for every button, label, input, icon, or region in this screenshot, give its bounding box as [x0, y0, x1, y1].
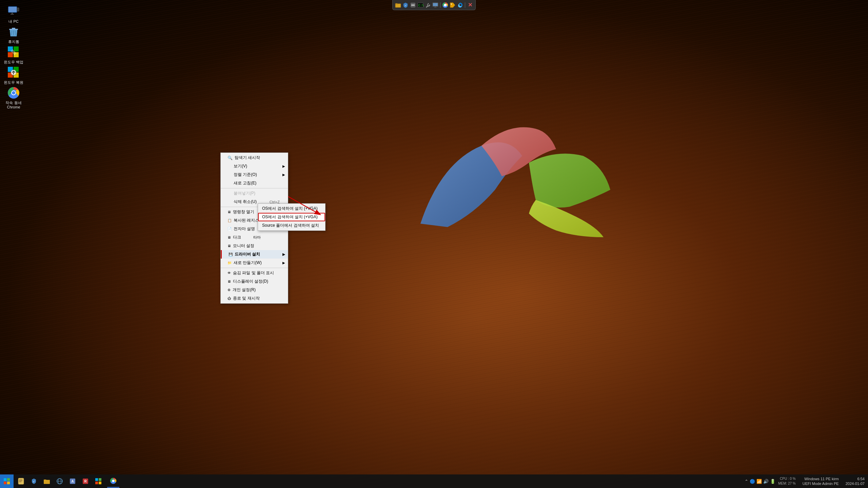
ctx-sep3: [221, 268, 288, 268]
ctx-item-label: 드라이버 설치: [235, 251, 260, 257]
taskbar-files-icon[interactable]: [15, 475, 27, 487]
svg-rect-45: [19, 481, 22, 481]
submenu-label: Source 폴더에서 검색하여 설치: [262, 223, 319, 228]
svg-rect-0: [395, 4, 401, 7]
ctx-item-label: 다크: [233, 235, 241, 240]
svg-text:A: A: [71, 480, 74, 483]
ctx-explorer-restart[interactable]: 🔍 탐색기 새시작: [221, 154, 288, 162]
ctx-item-label: 새로 고침(E): [228, 180, 256, 186]
taskbar-network-icon[interactable]: [54, 475, 66, 487]
taskbar-chrome-running-icon[interactable]: [107, 475, 119, 487]
windows-logo: [414, 95, 617, 247]
submenu-item-3[interactable]: Source 폴더에서 검색하여 설치: [258, 221, 325, 230]
svg-rect-9: [434, 7, 437, 7]
ctx-shutdown[interactable]: ⏻ 종료 및 재시작: [221, 294, 288, 303]
svg-rect-43: [18, 478, 24, 484]
svg-rect-7: [433, 3, 438, 6]
mem-info: MEM: 27 %: [778, 481, 796, 486]
desktop-icon-chrome[interactable]: 작속 동네Chrome: [2, 85, 25, 111]
desktop: ✓ C:\: [0, 0, 868, 488]
svg-text:R: R: [84, 480, 87, 483]
ctx-item-label: 개인 설정(R): [233, 287, 256, 293]
ctx-new[interactable]: 📁 새로 만들기(W) ▶: [221, 259, 288, 267]
toolbar-close-icon[interactable]: ✕: [467, 2, 473, 8]
svg-rect-16: [12, 13, 13, 14]
ctx-sort[interactable]: 정렬 기준(O) ▶: [221, 170, 288, 179]
tray-network-tray-icon[interactable]: 📶: [756, 479, 762, 484]
toolbar-monitor-icon[interactable]: [432, 2, 439, 8]
svg-rect-26: [14, 46, 19, 52]
tray-bluetooth-icon[interactable]: 🔵: [750, 479, 755, 484]
ctx-item-label: 삭제 취소(U): [228, 199, 257, 205]
ctx-refresh[interactable]: 새로 고침(E): [221, 179, 288, 187]
svg-point-12: [444, 4, 446, 6]
start-button[interactable]: [0, 474, 14, 488]
taskbar-shield-icon[interactable]: ✓: [28, 475, 40, 487]
mode-label: UEFI Mode Admin PE: [803, 481, 839, 486]
ctx-driver[interactable]: 💾 드라이버 설치 ▶: [221, 250, 288, 259]
desktop-icon-winrestore[interactable]: 윈도우 복원: [2, 64, 25, 86]
recycle-label: 휴지통: [8, 40, 19, 44]
tray-battery-icon[interactable]: 🔋: [770, 479, 775, 484]
toolbar-edge-icon[interactable]: [457, 2, 463, 8]
toolbar-minus-icon[interactable]: [410, 2, 416, 8]
ctx-display[interactable]: 🖥 디스플레이 설정(D): [221, 277, 288, 286]
toolbar-tag-icon[interactable]: [449, 2, 456, 8]
ctx-hidden[interactable]: 👁 숨김 파일 및 폴더 표시: [221, 269, 288, 277]
submenu-item-2[interactable]: OS에서 검색하여 설치 (+VGA): [258, 213, 325, 221]
tray-volume-icon[interactable]: 🔊: [763, 479, 769, 484]
toolbar-terminal-icon[interactable]: C:\: [417, 2, 424, 8]
ctx-item-label: 명령창 열기: [233, 209, 254, 215]
tray-icons: ⌃ 🔵 📶 🔊 🔋: [745, 479, 775, 484]
ctx-item-label: 새로 만들기(W): [234, 260, 262, 266]
svg-point-13: [451, 3, 452, 4]
chrome-label: 작속 동네Chrome: [5, 101, 21, 109]
submenu-item-1[interactable]: OS에서 검색하여 설치 (+VGA): [258, 204, 325, 213]
winback-label: 윈도우 백업: [4, 60, 23, 64]
ctx-item-label: 디스플레이 설정(D): [233, 279, 268, 284]
winback-icon: [7, 45, 20, 59]
toolbar-tool-icon[interactable]: [425, 2, 431, 8]
svg-rect-41: [4, 482, 6, 484]
svg-text:✓: ✓: [405, 4, 407, 7]
system-tray: ⌃ 🔵 📶 🔊 🔋 CPU : 0 % MEM: 27 % Windows 11…: [741, 474, 868, 488]
desktop-icon-recycle[interactable]: 휴지통: [2, 24, 25, 45]
tray-datetime[interactable]: 6:54 2024-01-07: [846, 476, 865, 486]
taskbar-chrome-running[interactable]: [107, 475, 119, 488]
svg-rect-40: [7, 478, 10, 481]
svg-line-22: [12, 30, 12, 35]
svg-rect-44: [19, 480, 22, 480]
svg-rect-42: [7, 482, 10, 484]
svg-rect-21: [12, 28, 15, 29]
taskbar-folder-icon[interactable]: [41, 475, 53, 487]
desktop-icon-winback[interactable]: 윈도우 백업: [2, 44, 25, 66]
ctx-view[interactable]: 보기(V) ▶: [221, 162, 288, 170]
svg-rect-57: [99, 478, 101, 481]
taskbar-app-icon[interactable]: A: [66, 475, 79, 487]
svg-rect-46: [19, 482, 21, 482]
svg-rect-58: [95, 482, 98, 484]
chrome-desktop-icon: [7, 86, 20, 100]
svg-rect-8: [435, 6, 436, 7]
taskbar-windows-icon[interactable]: [92, 475, 104, 487]
time-display: 6:54: [846, 476, 865, 481]
toolbar-chrome-icon[interactable]: [442, 2, 449, 8]
toolbar-separator: [440, 2, 440, 8]
mypc-icon: [7, 5, 20, 18]
date-display: 2024-01-07: [846, 481, 865, 486]
ctx-item-label: 모니터 설정: [233, 243, 254, 249]
svg-point-36: [12, 91, 15, 95]
tray-up-arrow-icon[interactable]: ⌃: [745, 479, 748, 484]
ctx-item-label: 붙여넣기(P): [228, 190, 255, 196]
svg-rect-3: [411, 5, 415, 5]
sys-info: CPU : 0 % MEM: 27 %: [778, 476, 796, 486]
taskbar-red-app-icon[interactable]: R: [79, 475, 92, 487]
toolbar-shield-icon[interactable]: ✓: [402, 2, 409, 8]
ctx-item-label: 정렬 기준(O): [228, 172, 257, 178]
ctx-monitor[interactable]: 🖥 모니터 설정: [221, 242, 288, 250]
desktop-icon-mypc[interactable]: 내 PC: [2, 3, 25, 25]
ctx-dark[interactable]: 🖥 다크 타마: [221, 233, 288, 242]
ctx-personal[interactable]: ⚙ 개인 설정(R): [221, 286, 288, 294]
ctx-item-label: 전자마 설명: [234, 226, 255, 232]
toolbar-folder-icon[interactable]: [395, 2, 401, 8]
